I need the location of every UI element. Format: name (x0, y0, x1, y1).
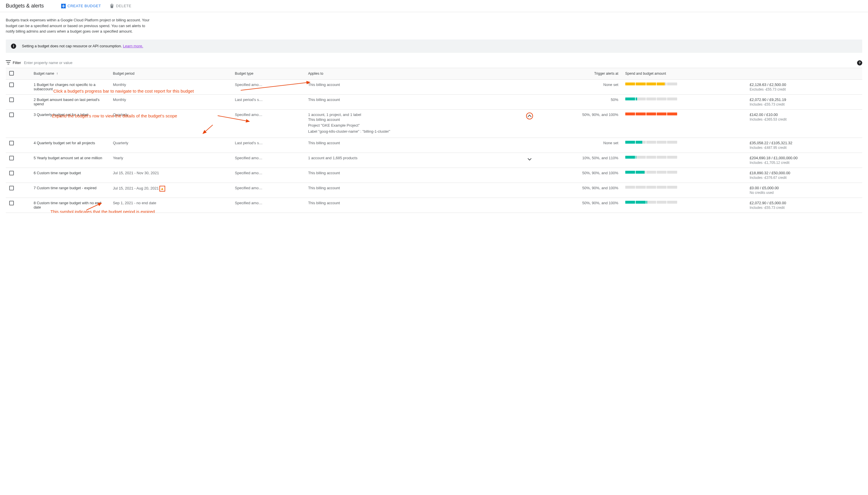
page-title: Budgets & alerts (6, 3, 44, 9)
amount-cell: £142.00 / £10.00Includes -£365.53 credit (746, 109, 862, 138)
col-header-type[interactable]: Budget type (231, 68, 305, 79)
budget-name-cell: 8 Custom time range budget with no end d… (30, 198, 109, 212)
applies-to-cell: This billing account (305, 183, 536, 198)
table-row[interactable]: 5 Yearly budget amount set at one millio… (6, 153, 862, 168)
applies-to-cell: This billing account (305, 79, 536, 94)
filter-input[interactable] (24, 61, 854, 65)
spend-cell (622, 109, 746, 138)
trigger-cell: 50%, 90%, and 100% (536, 109, 622, 138)
progress-bar[interactable] (625, 156, 677, 159)
row-checkbox[interactable] (9, 171, 14, 175)
row-checkbox[interactable] (9, 186, 14, 190)
applies-to-cell: This billing account (305, 138, 536, 153)
col-header-applies[interactable]: Applies to (305, 68, 536, 79)
row-checkbox[interactable] (9, 156, 14, 160)
table-header-row: Budget name ↑ Budget period Budget type … (6, 68, 862, 79)
amount-cell: £204,690.18 / £1,000,000.00Includes -£1,… (746, 153, 862, 168)
chevron-up-icon[interactable] (526, 113, 533, 119)
budget-period-cell: Jul 15, 2021 - Aug 20, 2021▲ (109, 183, 231, 198)
budgets-table: Budget name ↑ Budget period Budget type … (6, 68, 862, 213)
chevron-down-icon[interactable] (526, 156, 533, 163)
trigger-cell: None set (536, 138, 622, 153)
row-checkbox[interactable] (9, 98, 14, 102)
budget-type-cell: Specified amo… (231, 79, 305, 94)
budget-name-cell: 4 Quarterly budget set for all projects (30, 138, 109, 153)
trigger-cell: None set (536, 79, 622, 94)
budget-name-cell: 1 Budget for charges not specific to a s… (30, 79, 109, 94)
banner-text: Setting a budget does not cap resource o… (22, 44, 143, 48)
table-row[interactable]: 8 Custom time range budget with no end d… (6, 198, 862, 212)
table-row[interactable]: 4 Quarterly budget set for all projectsQ… (6, 138, 862, 153)
progress-bar[interactable] (625, 141, 677, 144)
plus-icon (61, 4, 66, 8)
select-all-checkbox[interactable] (9, 71, 14, 75)
budgets-table-wrapper: Budget name ↑ Budget period Budget type … (6, 68, 862, 213)
col-header-period[interactable]: Budget period (109, 68, 231, 79)
page-content: Budgets track expenses within a Google C… (0, 12, 868, 213)
trigger-cell: 10%, 50%, and 110% (536, 153, 622, 168)
filter-label-group[interactable]: Filter (6, 60, 21, 65)
amount-cell: £2,128.63 / £2,500.00Excludes -£55.73 cr… (746, 79, 862, 94)
intro-text: Budgets track expenses within a Google C… (6, 17, 153, 34)
svg-rect-2 (62, 6, 65, 6)
col-header-spend[interactable]: Spend and budget amount (622, 68, 746, 79)
budget-type-cell: Specified amo… (231, 198, 305, 212)
progress-bar[interactable] (625, 201, 677, 204)
applies-to-cell: 1 account, 1 project, and 1 labelThis bi… (305, 109, 536, 138)
row-checkbox[interactable] (9, 83, 14, 87)
amount-cell: £2,072.90 / £9,251.19Includes -£55.73 cr… (746, 94, 862, 109)
applies-to-cell: This billing account (305, 168, 536, 183)
applies-to-cell: 1 account and 1,685 products (305, 153, 536, 168)
row-checkbox[interactable] (9, 201, 14, 205)
budget-type-cell: Specified amo… (231, 109, 305, 138)
progress-bar[interactable] (625, 113, 677, 115)
table-row[interactable]: 3 Quarterly budget set for a labelQuarte… (6, 109, 862, 138)
budget-type-cell: Last period's s… (231, 94, 305, 109)
spend-cell (622, 153, 746, 168)
info-icon: i (11, 44, 16, 49)
col-header-name[interactable]: Budget name ↑ (30, 68, 109, 79)
trigger-cell: 50%, 90%, and 100% (536, 198, 622, 212)
col-header-amount (746, 68, 862, 79)
delete-button[interactable]: DELETE (109, 4, 131, 8)
budget-name-cell: 5 Yearly budget amount set at one millio… (30, 153, 109, 168)
filter-label: Filter (13, 61, 21, 65)
budget-name-cell: 7 Custom time range budget - expired (30, 183, 109, 198)
budget-period-cell: Monthly (109, 94, 231, 109)
warning-icon: ▲ (159, 186, 165, 191)
spend-cell (622, 94, 746, 109)
budget-type-cell: Specified amo… (231, 153, 305, 168)
learn-more-link[interactable]: Learn more. (123, 44, 143, 48)
applies-to-cell: This billing account (305, 94, 536, 109)
budget-type-cell: Specified amo… (231, 183, 305, 198)
help-icon[interactable]: ? (857, 60, 862, 66)
table-row[interactable]: 6 Custom time range budgetJul 15, 2021 -… (6, 168, 862, 183)
col-header-trigger[interactable]: Trigger alerts at (536, 68, 622, 79)
table-row[interactable]: 1 Budget for charges not specific to a s… (6, 79, 862, 94)
budget-period-cell: Quarterly (109, 138, 231, 153)
spend-cell (622, 198, 746, 212)
progress-bar[interactable] (625, 83, 677, 85)
progress-bar[interactable] (625, 171, 677, 174)
progress-bar[interactable] (625, 98, 677, 100)
sort-arrow-icon: ↑ (56, 71, 58, 75)
row-checkbox[interactable] (9, 113, 14, 117)
budget-type-cell: Last period's s… (231, 138, 305, 153)
table-row[interactable]: 2 Budget amount based on last period's s… (6, 94, 862, 109)
spend-cell (622, 79, 746, 94)
info-banner: i Setting a budget does not cap resource… (6, 39, 862, 53)
trigger-cell: 50%, 90%, and 100% (536, 183, 622, 198)
table-row[interactable]: 7 Custom time range budget - expiredJul … (6, 183, 862, 198)
trash-icon (109, 4, 114, 8)
budget-name-cell: 6 Custom time range budget (30, 168, 109, 183)
trigger-cell: 50%, 90%, and 100% (536, 168, 622, 183)
budget-period-cell: Monthly (109, 79, 231, 94)
progress-bar[interactable] (625, 186, 677, 189)
create-budget-button[interactable]: CREATE BUDGET (61, 4, 101, 8)
budget-name-cell: 2 Budget amount based on last period's s… (30, 94, 109, 109)
amount-cell: £18,890.32 / £50,000.00Includes -£376.67… (746, 168, 862, 183)
row-checkbox[interactable] (9, 141, 14, 146)
filter-icon (6, 60, 11, 65)
budget-period-cell: Quarterly (109, 109, 231, 138)
budget-period-cell: Yearly (109, 153, 231, 168)
